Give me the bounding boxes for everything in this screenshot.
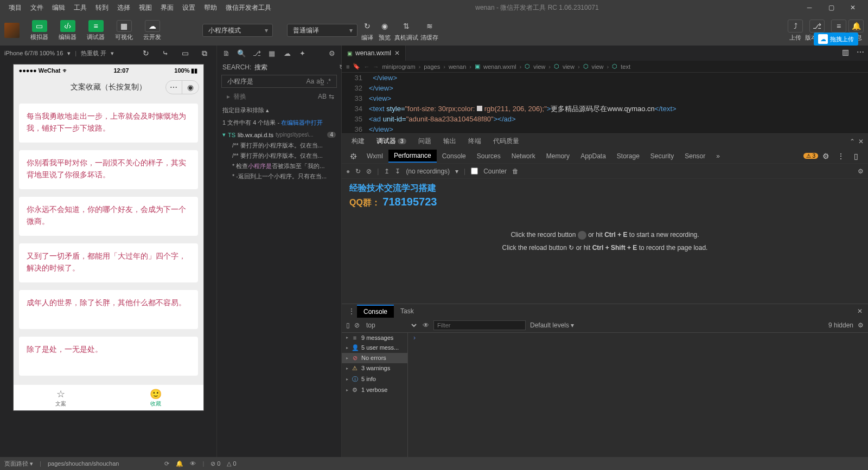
code-editor[interactable]: 31 </view> 32</view> 33<view> 34<text st… <box>342 73 868 133</box>
editor-button[interactable]: ‹/›编辑器 <box>54 18 81 43</box>
search-result[interactable]: /** 要打开的小程序版本。仅在当... <box>217 140 341 151</box>
tab-wenan[interactable]: ☆文案 <box>14 385 108 410</box>
case-icon[interactable]: Aa <box>307 78 315 85</box>
debugger-button[interactable]: ≡调试器 <box>82 18 109 43</box>
console-menu-icon[interactable]: ⋮ <box>342 305 357 317</box>
bookmark-icon[interactable]: 🔖 <box>353 63 360 70</box>
devtab-appdata[interactable]: AppData <box>575 150 611 162</box>
inspect-icon[interactable]: ⯐ <box>346 150 361 163</box>
result-file[interactable]: ▾ TS lib.wx.api.d.ts typings\types\...4 <box>217 129 341 140</box>
split-icon[interactable]: ▥ <box>838 46 853 59</box>
console-filter-item[interactable]: ▸👤5 user mess... <box>342 343 407 353</box>
console-filter-item[interactable]: ▸ⓘ5 info <box>342 374 407 385</box>
menu-settings[interactable]: 设置 <box>178 3 200 12</box>
list-icon[interactable]: ≡ <box>346 63 349 70</box>
replaceall-icon[interactable]: ⇆ <box>329 93 334 100</box>
page-path-dropdown[interactable]: 页面路径 ▾ <box>4 460 33 468</box>
tab-shouchan[interactable]: 🙂收藏 <box>108 385 203 410</box>
dock-icon[interactable]: ▯ <box>848 150 864 163</box>
devtab-memory[interactable]: Memory <box>541 150 575 162</box>
more-icon[interactable]: ⋯ <box>853 46 868 59</box>
devtab-performance[interactable]: Performance <box>388 150 437 163</box>
warning-badge[interactable]: ⚠ 3 <box>803 153 818 159</box>
card-item[interactable]: 你别看我平时对你，一副漠不关心的样子，其实背地里说了你很多坏话。 <box>19 150 198 189</box>
error-count[interactable]: ⊘ 0 <box>210 460 220 467</box>
ext-icon[interactable]: ▦ <box>266 47 278 59</box>
menu-ui[interactable]: 界面 <box>156 3 178 12</box>
close-tab-icon[interactable]: ✕ <box>394 49 400 57</box>
tab-build[interactable]: 构建 <box>346 134 370 148</box>
hidden-count[interactable]: 9 hidden <box>828 321 853 329</box>
close-button[interactable]: ✕ <box>842 0 864 15</box>
breadcrumb[interactable]: ≡ 🔖 ← → miniprogram› pages› wenan› ▣wena… <box>342 61 868 73</box>
menu-file[interactable]: 文件 <box>26 3 48 12</box>
menu-help[interactable]: 帮助 <box>200 3 221 12</box>
word-icon[interactable]: ab̲ <box>316 78 324 85</box>
stop-icon[interactable]: ⊘ <box>366 168 372 175</box>
replace-input[interactable] <box>233 93 315 100</box>
warn-count[interactable]: △ 0 <box>227 460 236 467</box>
menu-view[interactable]: 视图 <box>135 3 156 12</box>
devtab-network[interactable]: Network <box>506 150 541 162</box>
regex-icon[interactable]: .* <box>327 78 331 85</box>
preview-icon[interactable]: ◉ <box>377 20 392 33</box>
console-filter-item[interactable]: ▸⚠3 warnings <box>342 363 407 374</box>
record-icon[interactable]: ● <box>346 168 350 175</box>
mode-dropdown[interactable]: 小程序模式 <box>202 24 273 37</box>
compile-dropdown[interactable]: 普通编译 <box>287 24 358 37</box>
devtab-sensor[interactable]: Sensor <box>679 150 711 162</box>
devtab-sources[interactable]: Sources <box>471 150 506 162</box>
popout-icon[interactable]: ⧉ <box>197 47 212 60</box>
bell-icon[interactable]: 🔔 <box>176 460 183 467</box>
cloud-icon[interactable]: ☁ <box>281 47 293 59</box>
visual-button[interactable]: ▦可视化 <box>111 18 137 43</box>
perf-settings-icon[interactable]: ⚙ <box>858 168 864 175</box>
console-filter-item[interactable]: ▸⚙1 verbose <box>342 385 407 395</box>
devtab-more[interactable]: » <box>711 150 725 162</box>
editor-tab[interactable]: ▣wenan.wxml✕ <box>342 46 406 61</box>
compile-icon[interactable]: ↻ <box>360 20 375 33</box>
sync-icon[interactable]: ⟳ <box>164 460 169 467</box>
capsule[interactable]: ⋯◉ <box>165 80 199 94</box>
eye-icon[interactable]: 👁 <box>190 460 196 467</box>
avatar[interactable] <box>4 23 20 38</box>
tab-issues[interactable]: 问题 <box>413 134 437 148</box>
card-item[interactable]: 又到了一切矛盾，都能用「大过年的」四个字，解决的时候了。 <box>19 243 198 282</box>
scope-label[interactable]: 指定目录和排除 ▴ <box>217 104 341 117</box>
kebab-icon[interactable]: ⋮ <box>833 150 848 163</box>
card-item[interactable]: 你永远不会知道，你的哪个好友，会成为下一个微商。 <box>19 197 198 236</box>
remote-icon[interactable]: ⇅ <box>399 20 414 33</box>
maximize-button[interactable]: ▢ <box>820 0 842 15</box>
simulator-button[interactable]: ▭模拟器 <box>26 18 53 43</box>
explorer-icon[interactable]: 🗎 <box>220 47 232 59</box>
gear-icon[interactable]: ⚙ <box>818 150 833 163</box>
menu-goto[interactable]: 转到 <box>91 3 113 12</box>
console-filter-item[interactable]: ▸≡9 messages <box>342 333 407 343</box>
clear-icon[interactable]: ≋ <box>422 20 437 33</box>
close-panel-icon[interactable]: ✕ <box>858 138 864 145</box>
upload-icon[interactable]: ⤴ <box>788 20 803 33</box>
minimize-button[interactable]: ─ <box>799 0 820 15</box>
upload-icon[interactable]: ↥ <box>384 168 390 175</box>
card-item[interactable]: 成年人的世界，除了长胖，其他什么都不容易。 <box>19 290 198 329</box>
search-result[interactable]: /** 要打开的小程序版本。仅在当... <box>217 151 341 161</box>
menu-edit[interactable]: 编辑 <box>48 3 69 12</box>
console-settings-icon[interactable]: ⚙ <box>858 321 864 329</box>
sidebar-toggle-icon[interactable]: ▯ <box>346 321 350 329</box>
tab-console[interactable]: Console <box>357 305 394 318</box>
settings-icon[interactable]: ⚙ <box>326 47 338 59</box>
open-in-editor[interactable]: 在编辑器中打开 <box>281 119 323 126</box>
console-filter-item[interactable]: ▸⊘No errors <box>342 353 407 363</box>
forward-icon[interactable]: → <box>373 63 379 70</box>
tab-terminal[interactable]: 终端 <box>463 134 487 148</box>
chevron-up-icon[interactable]: ⌃ <box>850 138 855 145</box>
search-result[interactable]: * -返回到上一个小程序。只有在当... <box>217 171 341 182</box>
scm-icon[interactable]: ⎇ <box>251 47 263 59</box>
context-select[interactable]: top <box>364 321 418 330</box>
close-icon[interactable]: ◉ <box>182 81 199 94</box>
reload-icon[interactable]: ↻ <box>355 168 361 175</box>
cloud-button[interactable]: ☁云开发 <box>139 18 165 43</box>
details-icon[interactable]: ≡ <box>831 20 846 33</box>
card-item[interactable]: 除了是处，一无是处。 <box>19 337 198 376</box>
menu-select[interactable]: 选择 <box>113 3 135 12</box>
